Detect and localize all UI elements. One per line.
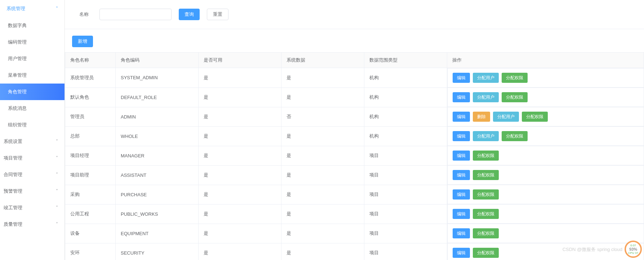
cell-actions: 编辑分配权限 [447,243,644,260]
search-input[interactable] [99,9,172,20]
cpu-load: 0.07 [630,244,636,247]
assign_perm-button[interactable]: 分配权限 [522,112,548,122]
query-button[interactable]: 查询 [179,9,200,20]
cell-code: PURCHASE [116,185,199,204]
search-label: 名称 [79,11,89,18]
edit-button[interactable]: 编辑 [453,131,470,141]
edit-button[interactable]: 编辑 [453,92,470,102]
edit-button[interactable]: 编辑 [453,189,470,200]
delete-button[interactable]: 删除 [473,112,490,122]
assign_perm-button[interactable]: 分配权限 [473,248,499,258]
main-content: 名称 查询 重置 新增 角色名称 角色编码 是否可用 系统数据 数据范围类型 操… [65,0,644,260]
sidebar-group-label: 项目管理 [4,155,22,161]
chevron-down-icon: ˅ [56,139,58,144]
cell-sysdata: 否 [281,107,364,126]
chevron-down-icon: ˅ [56,156,58,161]
cell-name: 管理员 [65,107,116,126]
assign_perm-button[interactable]: 分配权限 [502,73,528,83]
sidebar-item-5[interactable]: 系统消息 [0,100,65,117]
cell-code: EQUIPMENT [116,224,199,243]
sidebar-group-3[interactable]: 预警管理˅ [0,183,65,200]
sidebar-item-2[interactable]: 用户管理 [0,50,65,67]
cell-name: 安环 [65,243,116,260]
table-row: 设备EQUIPMENT是是项目编辑分配权限 [65,224,644,243]
add-button[interactable]: 新增 [72,36,93,47]
cell-actions: 编辑分配用户分配权限 [447,68,644,88]
assign_user-button[interactable]: 分配用户 [473,92,499,102]
chevron-down-icon: ˅ [56,172,58,177]
th-code: 角色编码 [116,53,199,68]
edit-button[interactable]: 编辑 [453,151,470,161]
table-row: 总部WHOLE是是机构编辑分配用户分配权限 [65,126,644,146]
cell-code: MANAGER [116,146,199,165]
cell-scope: 机构 [364,107,447,126]
cell-actions: 编辑分配权限 [447,146,644,165]
sidebar-item-6[interactable]: 组织管理 [0,117,65,133]
sidebar-item-0[interactable]: 数据字典 [0,17,65,34]
assign_perm-button[interactable]: 分配权限 [473,209,499,219]
cell-name: 系统管理员 [65,68,116,88]
assign_user-button[interactable]: 分配用户 [473,131,499,141]
cell-scope: 项目 [364,243,447,260]
sidebar-group-5[interactable]: 质量管理˅ [0,216,65,233]
cell-code: ASSISTANT [116,165,199,185]
cell-enabled: 是 [199,88,281,107]
edit-button[interactable]: 编辑 [453,73,470,83]
cell-name: 设备 [65,224,116,243]
chevron-up-icon: ˄ [56,6,58,11]
sidebar-group-label: 竣工管理 [4,205,22,211]
sidebar-group-label: 质量管理 [4,221,22,228]
assign_perm-button[interactable]: 分配权限 [473,151,499,161]
sidebar-group-label: 预警管理 [4,188,22,194]
sidebar-group-label: 合同管理 [4,171,22,178]
edit-button[interactable]: 编辑 [453,170,470,180]
chevron-down-icon: ˅ [56,222,58,227]
cpu-widget: 0.07 93% CPU 37 [625,241,642,258]
assign_perm-button[interactable]: 分配权限 [473,170,499,180]
cell-actions: 编辑分配用户分配权限 [447,88,644,107]
cell-scope: 项目 [364,146,447,165]
sidebar-group-1[interactable]: 项目管理˅ [0,150,65,166]
cell-enabled: 是 [199,146,281,165]
cell-code: WHOLE [116,126,199,146]
cell-name: 采购 [65,185,116,204]
edit-button[interactable]: 编辑 [453,248,470,258]
cell-code: SECURITY [116,243,199,260]
sidebar-item-4[interactable]: 角色管理 [0,84,65,100]
cell-sysdata: 是 [281,204,364,224]
cell-enabled: 是 [199,243,281,260]
assign_perm-button[interactable]: 分配权限 [502,131,528,141]
cell-name: 总部 [65,126,116,146]
cell-actions: 编辑分配权限 [447,185,644,204]
cell-scope: 项目 [364,185,447,204]
edit-button[interactable]: 编辑 [453,112,470,122]
sidebar-group-0[interactable]: 系统设置˅ [0,133,65,150]
cell-scope: 项目 [364,165,447,185]
cell-name: 默认角色 [65,88,116,107]
sidebar-group-2[interactable]: 合同管理˅ [0,166,65,183]
table-row: 安环SECURITY是是项目编辑分配权限 [65,243,644,260]
search-bar: 名称 查询 重置 [65,0,644,29]
assign_perm-button[interactable]: 分配权限 [473,189,499,200]
sidebar-group-4[interactable]: 竣工管理˅ [0,200,65,216]
cell-enabled: 是 [199,68,281,88]
assign_user-button[interactable]: 分配用户 [473,73,499,83]
cell-enabled: 是 [199,224,281,243]
sidebar-item-3[interactable]: 菜单管理 [0,67,65,84]
cell-actions: 编辑分配权限 [447,165,644,185]
role-table: 角色名称 角色编码 是否可用 系统数据 数据范围类型 操作 系统管理员SYSTE… [65,52,644,260]
edit-button[interactable]: 编辑 [453,209,470,219]
cell-sysdata: 是 [281,88,364,107]
th-sysdata: 系统数据 [281,53,364,68]
sidebar-group-system[interactable]: 系统管理 ˄ [0,0,65,17]
assign_perm-button[interactable]: 分配权限 [473,228,499,238]
reset-button[interactable]: 重置 [207,9,228,20]
cell-code: ADMIN [116,107,199,126]
assign_perm-button[interactable]: 分配权限 [502,92,528,102]
cell-actions: 编辑分配权限 [447,204,644,224]
th-enabled: 是否可用 [199,53,281,68]
edit-button[interactable]: 编辑 [453,228,470,238]
assign_user-button[interactable]: 分配用户 [493,112,519,122]
sidebar-item-1[interactable]: 编码管理 [0,34,65,50]
cell-sysdata: 是 [281,68,364,88]
